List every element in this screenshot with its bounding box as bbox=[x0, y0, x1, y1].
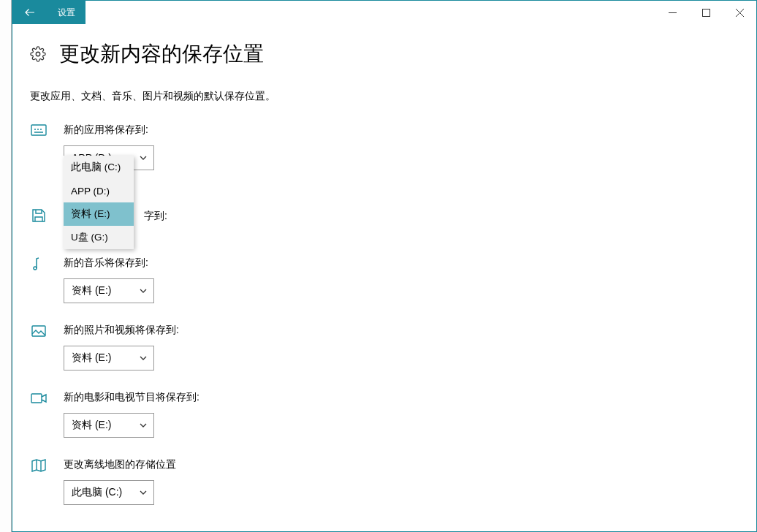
page-title: 更改新内容的保存位置 bbox=[59, 40, 264, 68]
row-photos: 新的照片和视频将保存到: 资料 (E:) bbox=[30, 324, 739, 370]
back-button[interactable] bbox=[12, 1, 47, 24]
chevron-down-icon bbox=[139, 421, 148, 430]
svg-point-1 bbox=[36, 52, 40, 56]
dropdown-option[interactable]: APP (D:) bbox=[64, 179, 134, 202]
row-apps-label: 新的应用将保存到: bbox=[64, 123, 154, 137]
window-title: 设置 bbox=[47, 1, 85, 24]
maximize-button[interactable] bbox=[689, 1, 723, 24]
dropdown-option[interactable]: 此电脑 (C:) bbox=[64, 156, 134, 179]
titlebar-drag-area[interactable] bbox=[85, 1, 655, 24]
svg-rect-5 bbox=[31, 394, 42, 403]
row-movies-label: 新的电影和电视节目将保存到: bbox=[64, 391, 199, 404]
row-movies: 新的电影和电视节目将保存到: 资料 (E:) bbox=[30, 391, 739, 438]
dropdown-popup: 此电脑 (C:)APP (D:)资料 (E:)U盘 (G:) bbox=[64, 156, 134, 249]
photo-icon bbox=[30, 322, 47, 340]
dropdown-music[interactable]: 资料 (E:) bbox=[64, 278, 154, 303]
content-area: 更改新内容的保存位置 更改应用、文档、音乐、图片和视频的默认保存位置。 新的应用… bbox=[12, 24, 756, 531]
row-maps-label: 更改离线地图的存储位置 bbox=[64, 458, 176, 471]
video-icon bbox=[30, 390, 47, 407]
row-music-label: 新的音乐将保存到: bbox=[64, 256, 154, 270]
close-icon bbox=[736, 9, 744, 17]
dropdown-maps[interactable]: 此电脑 (C:) bbox=[64, 480, 154, 505]
svg-rect-0 bbox=[702, 9, 710, 16]
arrow-left-icon bbox=[23, 6, 37, 19]
window-controls bbox=[655, 1, 756, 24]
row-music: 新的音乐将保存到: 资料 (E:) bbox=[30, 256, 739, 303]
page-header: 更改新内容的保存位置 bbox=[30, 40, 739, 68]
row-docs-label-tail: 字到: bbox=[144, 210, 167, 223]
row-apps: 新的应用将保存到: APP (D:) bbox=[30, 123, 739, 170]
minimize-button[interactable] bbox=[655, 1, 689, 24]
apps-icon bbox=[30, 122, 47, 140]
dropdown-maps-value: 此电脑 (C:) bbox=[72, 486, 122, 499]
svg-rect-2 bbox=[31, 125, 46, 135]
minimize-icon bbox=[669, 9, 677, 17]
dropdown-movies-value: 资料 (E:) bbox=[72, 419, 111, 432]
dropdown-option[interactable]: U盘 (G:) bbox=[64, 226, 134, 249]
chevron-down-icon bbox=[139, 286, 148, 295]
dropdown-music-value: 资料 (E:) bbox=[72, 284, 111, 297]
maximize-icon bbox=[702, 9, 710, 17]
gear-icon bbox=[30, 46, 46, 62]
svg-rect-4 bbox=[32, 326, 45, 336]
titlebar: 设置 bbox=[12, 1, 756, 24]
row-maps: 更改离线地图的存储位置 此电脑 (C:) bbox=[30, 458, 739, 505]
behind-window-text-strip bbox=[0, 0, 12, 532]
chevron-down-icon bbox=[139, 488, 148, 497]
music-icon bbox=[30, 255, 47, 273]
map-icon bbox=[30, 457, 47, 474]
dropdown-photos-value: 资料 (E:) bbox=[72, 352, 111, 365]
dropdown-option[interactable]: 资料 (E:) bbox=[64, 202, 134, 226]
dropdown-photos[interactable]: 资料 (E:) bbox=[64, 346, 154, 370]
page-subtitle: 更改应用、文档、音乐、图片和视频的默认保存位置。 bbox=[30, 90, 739, 103]
svg-point-3 bbox=[34, 267, 37, 270]
chevron-down-icon bbox=[139, 354, 148, 362]
settings-window: 设置 更改新内容的保存位置 更改应用、文档、音乐、图片和视频的默认保存位置。 bbox=[12, 0, 757, 532]
save-icon bbox=[30, 207, 47, 224]
row-photos-label: 新的照片和视频将保存到: bbox=[64, 324, 179, 337]
close-button[interactable] bbox=[723, 1, 756, 24]
dropdown-movies[interactable]: 资料 (E:) bbox=[64, 413, 154, 438]
chevron-down-icon bbox=[139, 153, 148, 162]
